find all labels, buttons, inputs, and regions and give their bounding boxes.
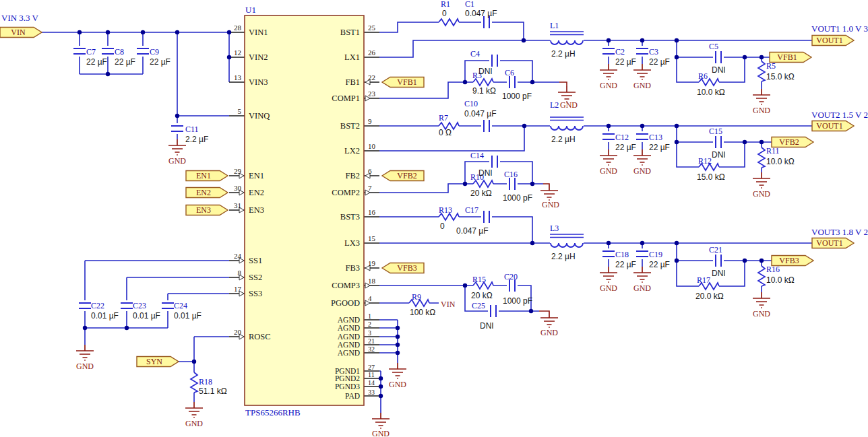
R10-val: 20 kΩ bbox=[470, 189, 492, 198]
pin-name-pgood: PGOOD bbox=[331, 298, 360, 308]
R18-val: 51.1 kΩ bbox=[199, 386, 227, 396]
pin-num-11: 11 bbox=[368, 371, 375, 378]
L1-ref: L1 bbox=[550, 21, 559, 30]
R18-ref: R18 bbox=[199, 377, 212, 386]
C17-ref: C17 bbox=[465, 205, 478, 215]
pin-num-5: 5 bbox=[238, 107, 242, 115]
pin-num-17: 17 bbox=[234, 285, 242, 293]
vfb1-pin-flag-label: VFB1 bbox=[397, 77, 416, 87]
R7-val: 0 Ω bbox=[439, 128, 452, 137]
C10-capacitor-symbol bbox=[484, 120, 489, 132]
pin-name-ss1: SS1 bbox=[249, 256, 262, 265]
gnd-symbol-r16 bbox=[753, 292, 770, 308]
C11-val: 2.2 µF bbox=[185, 135, 208, 144]
pin-num-15: 15 bbox=[368, 234, 376, 242]
pin-num-25: 25 bbox=[368, 24, 376, 32]
R3-val: 9.1 kΩ bbox=[472, 86, 496, 96]
gnd-label-r18: GND bbox=[185, 419, 203, 428]
vout3-rail-title: VOUT3 1.8 V 2 A bbox=[811, 227, 868, 237]
C22-val: 0.01 µF bbox=[91, 311, 119, 321]
R16-resistor-symbol bbox=[758, 266, 765, 286]
C20-val: 1000 pF bbox=[503, 296, 532, 306]
pin-num-8: 8 bbox=[238, 269, 242, 277]
vout2-rail-title: VOUT2 1.5 V 2 A bbox=[811, 110, 868, 120]
C12-val: 22 µF bbox=[615, 143, 636, 152]
R1-val: 0 bbox=[442, 9, 447, 18]
R12-ref: R12 bbox=[698, 156, 712, 166]
C7-val: 22 µF bbox=[86, 57, 107, 67]
pin-name-lx2: LX2 bbox=[344, 146, 360, 156]
R11-ref: R11 bbox=[766, 146, 780, 156]
pin-num-7: 7 bbox=[368, 184, 372, 192]
vfb1-net-flag-label: VFB1 bbox=[777, 53, 797, 62]
gnd-symbol-c20 bbox=[540, 312, 558, 327]
C3-ref: C3 bbox=[649, 47, 658, 57]
pin-name-en2: EN2 bbox=[249, 188, 264, 197]
pin-name-pgnd2: PGND2 bbox=[335, 374, 360, 382]
schematic-page: U1 TPS65266RHB bbox=[0, 0, 868, 437]
ic-refdes: U1 bbox=[245, 5, 256, 15]
C6-ref: C6 bbox=[505, 68, 514, 77]
C25-ref: C25 bbox=[472, 301, 485, 310]
C4-ref: C4 bbox=[470, 49, 480, 59]
C8-capacitor-symbol bbox=[102, 48, 114, 54]
gnd-symbol-c16 bbox=[540, 184, 558, 200]
pin-name-agnd21: AGND bbox=[338, 341, 360, 349]
C13-capacitor-symbol bbox=[636, 134, 648, 139]
gnd-label-c18: GND bbox=[600, 283, 617, 293]
en1-flag-label: EN1 bbox=[196, 171, 211, 180]
gnd-label-r16: GND bbox=[753, 309, 770, 318]
C8-val: 22 µF bbox=[115, 57, 135, 67]
C18-capacitor-symbol bbox=[602, 251, 615, 257]
vout2-rail-flag-label: VOUT1 bbox=[816, 121, 842, 131]
pin-name-fb3: FB3 bbox=[345, 263, 360, 273]
C12-ref: C12 bbox=[615, 133, 629, 142]
vfb3-net-flag-label: VFB3 bbox=[779, 256, 799, 265]
pin-num-2: 2 bbox=[368, 321, 371, 328]
C13-val: 22 µF bbox=[649, 143, 670, 152]
R17-ref: R17 bbox=[697, 275, 710, 285]
C5-ref: C5 bbox=[709, 42, 718, 51]
C24-capacitor-symbol bbox=[162, 303, 174, 308]
ic-left-pin-numbers: 28 12 13 5 29 30 31 24 8 17 20 bbox=[234, 24, 242, 336]
pin-name-lx1: LX1 bbox=[344, 53, 360, 62]
gnd-label-pgnd: GND bbox=[372, 429, 390, 437]
C15-ref: C15 bbox=[709, 127, 722, 136]
pin-num-13: 13 bbox=[234, 73, 242, 81]
gnd-symbol-agnd bbox=[389, 363, 406, 378]
pin-name-ss2: SS2 bbox=[249, 273, 262, 282]
C6-capacitor-symbol bbox=[509, 76, 515, 88]
C14-ref: C14 bbox=[470, 151, 484, 160]
net-buck3-wires bbox=[379, 217, 812, 311]
gnd-symbol-c11 bbox=[168, 139, 186, 155]
pin-name-bst2: BST2 bbox=[340, 121, 360, 131]
pin-name-agnd2: AGND bbox=[338, 324, 360, 332]
R17-val: 20.0 kΩ bbox=[695, 292, 724, 301]
pin-num-32: 32 bbox=[368, 345, 375, 353]
net-agnd-pgnd-wires bbox=[379, 320, 398, 413]
C23-ref: C23 bbox=[133, 301, 146, 310]
gnd-symbols bbox=[76, 64, 770, 428]
C6-val: 1000 pF bbox=[502, 92, 532, 101]
pin-name-bst3: BST3 bbox=[340, 212, 360, 222]
pin-num-19: 19 bbox=[368, 259, 376, 267]
gnd-label-agnd: GND bbox=[389, 380, 406, 389]
C3-capacitor-symbol bbox=[636, 48, 648, 54]
C5-capacitor-symbol bbox=[716, 51, 721, 63]
C1-val: 0.047 µF bbox=[465, 9, 497, 18]
pin-num-26: 26 bbox=[368, 48, 376, 57]
syn-flag-label: SYN bbox=[146, 357, 162, 366]
C20-ref: C20 bbox=[504, 272, 518, 281]
C24-ref: C24 bbox=[174, 301, 187, 310]
C10-val: 0.047 µF bbox=[464, 109, 497, 119]
pin-name-vin3: VIN3 bbox=[249, 77, 268, 87]
C21-ref: C21 bbox=[709, 245, 722, 255]
pin-num-18: 18 bbox=[368, 277, 376, 285]
pin-name-vinq: VINQ bbox=[249, 111, 270, 121]
pin-num-16: 16 bbox=[368, 208, 376, 216]
C17-capacitor-symbol bbox=[484, 211, 489, 223]
C19-ref: C19 bbox=[649, 250, 662, 259]
pin-num-21: 21 bbox=[368, 337, 375, 345]
gnd-label-c20: GND bbox=[540, 328, 558, 337]
R15-val: 20 kΩ bbox=[471, 291, 493, 300]
